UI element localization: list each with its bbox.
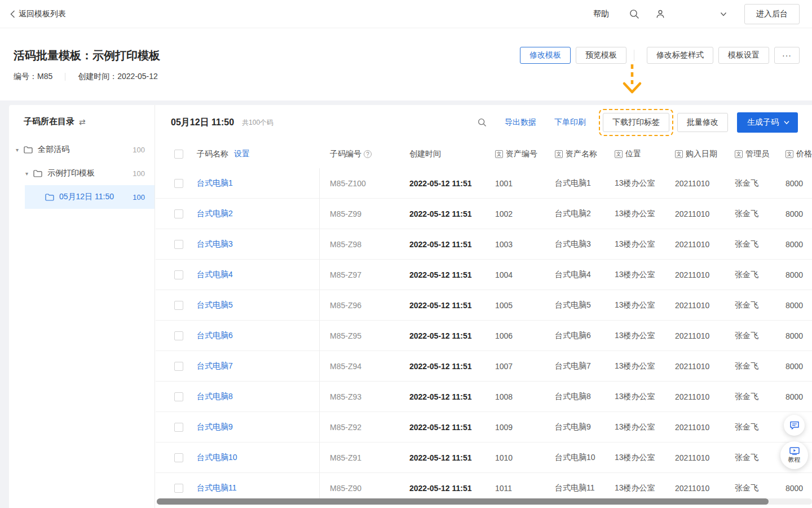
horizontal-scrollbar-thumb[interactable] — [157, 498, 769, 505]
row-checkbox[interactable] — [174, 209, 183, 218]
header-action-button[interactable]: 修改模板 — [520, 47, 571, 64]
cell-name[interactable]: 台式电脑7 — [197, 351, 233, 382]
column-header-asset_no: 文资产编号 — [495, 140, 537, 168]
enter-backend-button[interactable]: 进入后台 — [744, 4, 800, 24]
cell-name[interactable]: 台式电脑3 — [197, 229, 233, 260]
cell-asset_no: 1008 — [495, 382, 513, 412]
cell-location: 13楼办公室 — [615, 290, 655, 321]
cell-price: 8000 — [785, 229, 803, 260]
caret-down-icon[interactable]: ▾ — [16, 147, 24, 153]
column-header-asset_name: 文资产名称 — [555, 140, 597, 168]
column-label: 创建时间 — [409, 149, 441, 159]
back-to-template-list-link[interactable]: 返回模板列表 — [10, 9, 66, 19]
table-header-row: 子码名称设置子码编号?创建时间文资产编号文资产名称文位置文购入日期文管理员文价格 — [156, 140, 812, 168]
cell-name[interactable]: 台式电脑5 — [197, 290, 233, 321]
download-print-label-button[interactable]: 下载打印标签 — [603, 113, 669, 132]
tutorial-fab[interactable]: 教程 — [780, 441, 808, 469]
cell-name[interactable]: 台式电脑8 — [197, 382, 233, 412]
cell-name[interactable]: 台式电脑1 — [197, 168, 233, 199]
user-icon[interactable] — [655, 9, 665, 19]
row-checkbox[interactable] — [174, 423, 183, 432]
cell-asset_no: 1006 — [495, 321, 513, 351]
cell-name[interactable]: 台式电脑10 — [197, 443, 237, 473]
text-field-icon: 文 — [495, 150, 503, 158]
help-circle-icon[interactable]: ? — [364, 150, 372, 158]
cell-purchase_date: 20211010 — [675, 351, 709, 382]
cell-asset_no: 1001 — [495, 168, 513, 199]
tree-item[interactable]: ▾示例打印模板100 — [9, 161, 155, 185]
cell-location: 13楼办公室 — [615, 168, 655, 199]
back-link-label: 返回模板列表 — [19, 9, 66, 19]
column-label: 子码名称 — [197, 149, 228, 159]
table-row: 台式电脑3M85-Z982022-05-12 11:511003台式电脑313楼… — [156, 229, 812, 260]
table-row: 台式电脑8M85-Z932022-05-12 11:511008台式电脑813楼… — [156, 382, 812, 412]
row-checkbox[interactable] — [174, 331, 183, 340]
folder-icon — [24, 146, 33, 154]
cell-name[interactable]: 台式电脑4 — [197, 260, 233, 290]
cell-purchase_date: 20211010 — [675, 260, 709, 290]
cell-created: 2022-05-12 11:51 — [409, 382, 472, 412]
chevron-down-icon — [783, 119, 790, 126]
cell-code: M85-Z92 — [330, 412, 361, 443]
cell-asset_name: 台式电脑5 — [555, 290, 591, 321]
tree-item[interactable]: 05月12日 11:50100 — [25, 185, 155, 209]
cell-name[interactable]: 台式电脑2 — [197, 199, 233, 229]
batch-edit-button[interactable]: 批量修改 — [677, 113, 728, 132]
code-count: 共100个码 — [242, 118, 273, 128]
order-printing-link[interactable]: 下单印刷 — [554, 117, 586, 128]
column-label: 价格 — [796, 149, 812, 159]
tree-item-label: 全部活码 — [38, 144, 69, 155]
actions-divider — [634, 50, 634, 61]
generate-subcode-button[interactable]: 生成子码 — [737, 112, 798, 133]
row-checkbox[interactable] — [174, 362, 183, 371]
cell-price: 8000 — [785, 321, 803, 351]
row-checkbox[interactable] — [174, 179, 183, 188]
cell-manager: 张金飞 — [735, 443, 758, 473]
cell-price: 8000 — [785, 199, 803, 229]
cell-asset_no: 1009 — [495, 412, 513, 443]
text-field-icon: 文 — [555, 150, 563, 158]
cell-location: 13楼办公室 — [615, 412, 655, 443]
row-checkbox[interactable] — [174, 270, 183, 279]
table-search-icon[interactable] — [478, 118, 487, 127]
cell-asset_name: 台式电脑2 — [555, 199, 591, 229]
header-action-button[interactable]: 模板设置 — [718, 47, 769, 64]
batch-title: 05月12日 11:50 — [171, 117, 234, 129]
text-field-icon: 文 — [675, 150, 683, 158]
header-action-button[interactable]: 修改标签样式 — [647, 47, 713, 64]
row-checkbox[interactable] — [174, 301, 183, 310]
row-checkbox[interactable] — [174, 484, 183, 493]
table-row: 台式电脑4M85-Z972022-05-12 11:511004台式电脑413楼… — [156, 260, 812, 290]
more-actions-button[interactable]: ··· — [774, 47, 800, 64]
feedback-chat-fab[interactable] — [784, 415, 805, 436]
cell-created: 2022-05-12 11:51 — [409, 290, 472, 321]
row-checkbox[interactable] — [174, 240, 183, 249]
column-label: 子码编号 — [330, 149, 361, 159]
help-link[interactable]: 帮助 — [593, 9, 609, 19]
row-checkbox[interactable] — [174, 453, 183, 462]
horizontal-scrollbar-track[interactable] — [157, 498, 812, 505]
export-data-link[interactable]: 导出数据 — [505, 117, 536, 128]
cell-name[interactable]: 台式电脑9 — [197, 412, 233, 443]
select-all-checkbox[interactable] — [174, 150, 183, 159]
sort-swap-icon[interactable]: ⇄ — [79, 117, 86, 126]
chevron-left-icon — [10, 10, 15, 18]
account-chevron-down-icon[interactable] — [720, 10, 727, 18]
table-row: 台式电脑1M85-Z1002022-05-12 11:511001台式电脑113… — [156, 168, 812, 199]
tree-item[interactable]: ▾全部活码100 — [9, 138, 155, 161]
header-actions: 修改模板预览模板修改标签样式模板设置··· — [515, 47, 800, 64]
tree-item-count: 100 — [133, 146, 145, 154]
cell-created: 2022-05-12 11:51 — [409, 168, 472, 199]
cell-created: 2022-05-12 11:51 — [409, 443, 472, 473]
cell-code: M85-Z93 — [330, 382, 361, 412]
cell-name[interactable]: 台式电脑6 — [197, 321, 233, 351]
header-action-button[interactable]: 预览模板 — [576, 47, 626, 64]
fixed-column-divider — [319, 168, 320, 498]
search-icon[interactable] — [629, 9, 639, 19]
directory-tree: ▾全部活码100▾示例打印模板10005月12日 11:50100 — [9, 138, 155, 209]
text-field-icon: 文 — [785, 150, 793, 158]
caret-down-icon[interactable]: ▾ — [25, 170, 33, 177]
row-checkbox[interactable] — [174, 392, 183, 401]
name-settings-link[interactable]: 设置 — [234, 149, 250, 159]
table-row: 台式电脑9M85-Z922022-05-12 11:511009台式电脑913楼… — [156, 412, 812, 443]
